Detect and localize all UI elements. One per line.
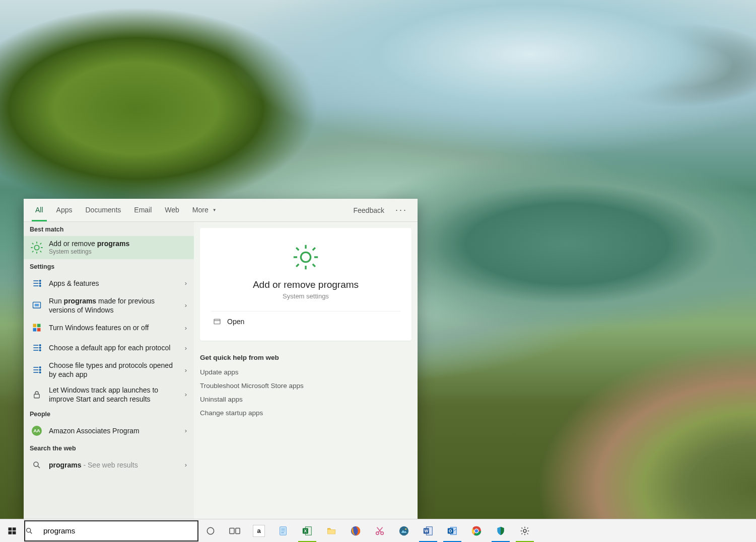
lock-icon (30, 388, 44, 402)
svg-point-37 (405, 528, 406, 529)
svg-rect-8 (33, 328, 37, 332)
taskbar: a X W O (0, 519, 756, 542)
wt-suffix: - See web results (82, 461, 138, 469)
preview-action-label: Open (227, 318, 244, 326)
result-best-match[interactable]: Add or remove programs System settings (24, 236, 194, 259)
search-icon (30, 458, 44, 472)
chevron-right-icon: › (182, 279, 190, 287)
photos-icon[interactable] (392, 519, 416, 542)
svg-point-17 (34, 462, 38, 467)
wt-bold: programs (49, 461, 82, 469)
svg-rect-23 (13, 531, 16, 534)
result-title-bold: programs (97, 240, 130, 248)
search-input[interactable] (42, 526, 197, 535)
search-flyout: All Apps Documents Email Web More ▼ Feed… (24, 199, 418, 519)
tab-all[interactable]: All (29, 199, 50, 221)
outlook-icon[interactable]: O (440, 519, 464, 542)
result-windows-features[interactable]: Turn Windows features on or off › (24, 318, 194, 338)
web-help-link-uninstall[interactable]: Uninstall apps (200, 393, 411, 406)
more-options-icon[interactable]: ··· (390, 205, 413, 215)
result-title: programs - See web results (49, 460, 182, 470)
svg-rect-7 (37, 324, 41, 328)
svg-rect-20 (9, 527, 12, 530)
preview-subtitle: System settings (283, 292, 329, 300)
tab-web[interactable]: Web (158, 199, 186, 221)
word-icon[interactable]: W (416, 519, 440, 542)
chevron-right-icon: › (182, 391, 190, 398)
section-settings: Settings (24, 259, 194, 273)
result-title: Turn Windows features on or off (49, 323, 182, 332)
aa-avatar-icon: AA (30, 424, 44, 438)
result-title: Add or remove programs (49, 239, 190, 248)
svg-text:W: W (424, 528, 428, 533)
avatar-initials: AA (32, 426, 42, 436)
tab-more-label: More (192, 206, 209, 214)
chevron-right-icon: › (182, 366, 190, 374)
svg-point-12 (39, 350, 41, 351)
tab-apps[interactable]: Apps (50, 199, 79, 221)
svg-rect-19 (214, 319, 220, 324)
task-view-icon[interactable] (223, 519, 247, 542)
tab-more[interactable]: More ▼ (186, 199, 223, 221)
tab-documents[interactable]: Documents (79, 199, 127, 221)
result-title: Run programs made for previous versions … (49, 296, 182, 315)
web-help-link-update-apps[interactable]: Update apps (200, 365, 411, 379)
web-help-link-startup[interactable]: Change startup apps (200, 406, 411, 420)
result-web-search[interactable]: programs - See web results › (24, 455, 194, 475)
firefox-icon[interactable] (343, 519, 368, 542)
chevron-right-icon: › (182, 344, 190, 352)
result-title: Apps & features (49, 279, 182, 288)
taskbar-search-box[interactable] (24, 520, 198, 541)
file-explorer-icon[interactable] (319, 519, 343, 542)
svg-point-3 (39, 285, 41, 287)
svg-point-10 (39, 345, 41, 346)
start-button[interactable] (0, 519, 24, 542)
apps-features-icon (30, 276, 44, 290)
cortana-icon[interactable] (198, 519, 223, 542)
tab-email[interactable]: Email (127, 199, 158, 221)
result-default-app-protocol[interactable]: Choose a default app for each protocol › (24, 338, 194, 358)
result-title-pre: Add or remove (49, 240, 97, 248)
result-apps-features[interactable]: Apps & features › (24, 273, 194, 293)
web-help-section: Get quick help from web Update apps Trou… (200, 353, 411, 420)
result-title: Let Windows track app launches to improv… (49, 385, 182, 404)
t-bold: programs (64, 297, 97, 305)
result-run-compat[interactable]: Run programs made for previous versions … (24, 293, 194, 318)
result-subtitle: System settings (49, 248, 190, 256)
chrome-icon[interactable] (464, 519, 489, 542)
section-best-match: Best match (24, 222, 194, 236)
preview-title: Add or remove programs (253, 279, 359, 290)
section-search-web: Search the web (24, 441, 194, 455)
notepad-icon[interactable] (271, 519, 295, 542)
open-icon (213, 318, 227, 326)
result-title: Amazon Associates Program (49, 426, 182, 435)
svg-point-36 (399, 526, 408, 535)
compat-icon (30, 298, 44, 313)
svg-text:X: X (304, 528, 307, 533)
svg-point-15 (39, 372, 41, 373)
feedback-link[interactable]: Feedback (348, 206, 390, 214)
chevron-down-icon: ▼ (213, 199, 217, 221)
result-person-amazon-associates[interactable]: AA Amazon Associates Program › (24, 421, 194, 441)
svg-rect-27 (236, 528, 240, 533)
preview-action-open[interactable]: Open (211, 312, 400, 332)
search-results-list: Best match Add or remove programs System… (24, 222, 194, 519)
amazon-icon[interactable]: a (247, 519, 271, 542)
svg-rect-9 (37, 328, 41, 332)
svg-point-11 (39, 347, 41, 349)
snipping-tool-icon[interactable] (368, 519, 392, 542)
svg-rect-22 (9, 531, 12, 534)
web-help-link-troubleshoot[interactable]: Troubleshoot Microsoft Store apps (200, 379, 411, 393)
settings-icon[interactable] (513, 519, 537, 542)
defender-icon[interactable] (489, 519, 513, 542)
gear-icon (291, 242, 321, 272)
excel-icon[interactable]: X (295, 519, 319, 542)
file-types-icon (30, 363, 44, 377)
preview-card: Add or remove programs System settings O… (200, 228, 411, 341)
svg-rect-6 (33, 324, 37, 328)
svg-rect-32 (328, 529, 335, 533)
svg-rect-16 (34, 394, 40, 398)
result-file-types[interactable]: Choose file types and protocols opened b… (24, 358, 194, 382)
result-track-launches[interactable]: Let Windows track app launches to improv… (24, 382, 194, 407)
t-pre: Run (49, 297, 64, 305)
